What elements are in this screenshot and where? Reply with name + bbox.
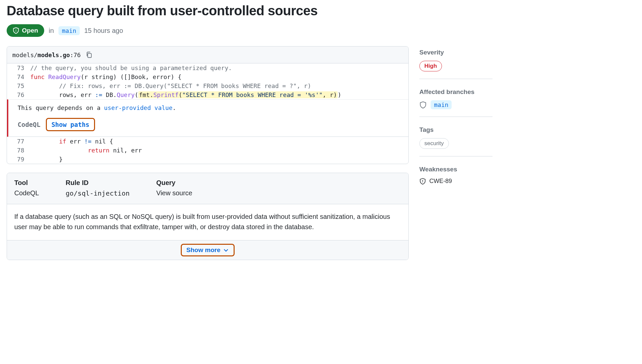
annotation-text: This query depends on a user-provided va… — [18, 104, 403, 111]
annotation-prefix: This query depends on a — [18, 104, 104, 111]
code-text: "SELECT * FROM books WHERE read = '%s'" — [182, 91, 323, 98]
code-text: } — [30, 156, 63, 163]
side-weaknesses: Weaknesses CWE-89 — [419, 166, 492, 192]
tags-title: Tags — [419, 126, 492, 134]
branch-chip[interactable]: main — [431, 100, 452, 109]
tag-pill[interactable]: security — [419, 138, 449, 149]
code-line: 79 } — [7, 155, 408, 164]
weakness-row[interactable]: CWE-89 — [419, 178, 492, 185]
code-text: DB. — [102, 91, 117, 98]
query-value[interactable]: View source — [156, 189, 192, 197]
info-col-tool: Tool CodeQL — [14, 179, 39, 197]
tool-label: Tool — [14, 179, 39, 187]
code-text: != — [84, 138, 92, 145]
code-text: Sprintf — [154, 91, 179, 98]
rule-value: go/sql-injection — [66, 189, 130, 197]
code-header: models/models.go:76 — [7, 46, 408, 63]
code-text: ReadQuery — [45, 73, 80, 80]
shield-icon — [419, 101, 427, 109]
line-number: 73 — [7, 64, 30, 71]
shield-alert-icon — [419, 178, 426, 185]
file-line-num: 76 — [73, 51, 81, 58]
chevron-down-icon — [223, 247, 229, 253]
code-text: fmt. — [139, 91, 153, 98]
info-body: If a database query (such as an SQL or N… — [7, 204, 408, 240]
shield-icon — [13, 27, 19, 34]
code-text: ( — [178, 91, 182, 98]
code-text: // Fix: rows, err := DB.Query("SELECT * … — [30, 82, 311, 89]
page-title: Database query built from user-controlle… — [7, 3, 635, 18]
code-panel: models/models.go:76 73 // the query, you… — [7, 46, 409, 164]
code-text: err — [66, 138, 84, 145]
info-panel: Tool CodeQL Rule ID go/sql-injection Que… — [7, 173, 409, 260]
info-header: Tool CodeQL Rule ID go/sql-injection Que… — [7, 173, 408, 204]
line-number: 79 — [7, 156, 30, 163]
file-path-prefix: models/ — [12, 51, 38, 58]
code-line: 78 return nil, err — [7, 146, 408, 155]
line-number: 75 — [7, 82, 30, 89]
query-label: Query — [156, 179, 192, 187]
code-line: 75 // Fix: rows, err := DB.Query("SELECT… — [7, 81, 408, 90]
svg-point-0 — [16, 30, 16, 30]
weaknesses-title: Weaknesses — [419, 166, 492, 173]
code-text: , r) — [323, 91, 337, 98]
line-number: 78 — [7, 147, 30, 154]
code-body: 73 // the query, you should be using a p… — [7, 63, 408, 164]
svg-rect-1 — [16, 31, 16, 32]
show-paths-button[interactable]: Show paths — [46, 118, 95, 131]
svg-rect-2 — [88, 53, 91, 57]
status-badge: Open — [7, 24, 44, 37]
annotation-suffix: . — [172, 104, 176, 111]
code-text: func — [30, 73, 45, 80]
tool-value: CodeQL — [14, 189, 39, 197]
code-text: rows, err — [30, 91, 95, 98]
svg-point-4 — [422, 182, 423, 183]
annotation-row: CodeQL Show paths — [18, 118, 403, 131]
main-content: models/models.go:76 73 // the query, you… — [7, 46, 409, 260]
severity-pill: High — [419, 61, 442, 71]
rule-label: Rule ID — [66, 179, 130, 187]
side-severity: Severity High — [419, 49, 492, 79]
code-text: ( — [135, 91, 138, 98]
code-text: // the query, you should be using a para… — [30, 64, 232, 71]
branch-row: main — [419, 100, 492, 109]
branch-chip[interactable]: main — [58, 26, 79, 35]
side-tags: Tags security — [419, 126, 492, 156]
info-col-rule: Rule ID go/sql-injection — [66, 179, 130, 197]
sidebar: Severity High Affected branches main Tag… — [419, 46, 492, 260]
code-text: return — [88, 147, 109, 154]
info-col-query: Query View source — [156, 179, 192, 197]
line-number: 74 — [7, 73, 30, 80]
highlighted-code: fmt.Sprintf("SELECT * FROM books WHERE r… — [138, 91, 338, 98]
code-text: := — [95, 91, 102, 98]
file-line-sep: : — [70, 51, 73, 58]
code-text — [30, 147, 88, 154]
line-number: 76 — [7, 91, 30, 98]
show-more-button[interactable]: Show more — [181, 244, 235, 256]
code-text — [30, 138, 59, 145]
code-text: nil, err — [109, 147, 142, 154]
code-line: 77 if err != nil { — [7, 137, 408, 146]
show-more-label: Show more — [186, 246, 220, 254]
info-footer: Show more — [7, 240, 408, 260]
side-branches: Affected branches main — [419, 88, 492, 117]
copy-icon — [85, 51, 93, 58]
codeql-label: CodeQL — [18, 121, 41, 128]
copy-button[interactable] — [85, 51, 93, 58]
line-number: 77 — [7, 138, 30, 145]
branches-title: Affected branches — [419, 88, 492, 96]
annotation-block: This query depends on a user-provided va… — [7, 99, 408, 137]
code-text: nil { — [91, 138, 113, 145]
code-line: 73 // the query, you should be using a p… — [7, 63, 408, 72]
meta-row: Open in main 15 hours ago — [7, 24, 635, 37]
weakness-label: CWE-89 — [429, 178, 452, 185]
annotation-link[interactable]: user-provided value — [104, 104, 172, 111]
code-text: ) — [338, 91, 341, 98]
code-text: Query — [117, 91, 135, 98]
code-text: if — [59, 138, 66, 145]
in-text: in — [49, 27, 54, 35]
time-ago: 15 hours ago — [84, 27, 123, 35]
file-path-name: models.go — [38, 51, 70, 58]
file-path[interactable]: models/models.go:76 — [12, 51, 81, 58]
code-line: 74 func ReadQuery(r string) ([]Book, err… — [7, 72, 408, 81]
